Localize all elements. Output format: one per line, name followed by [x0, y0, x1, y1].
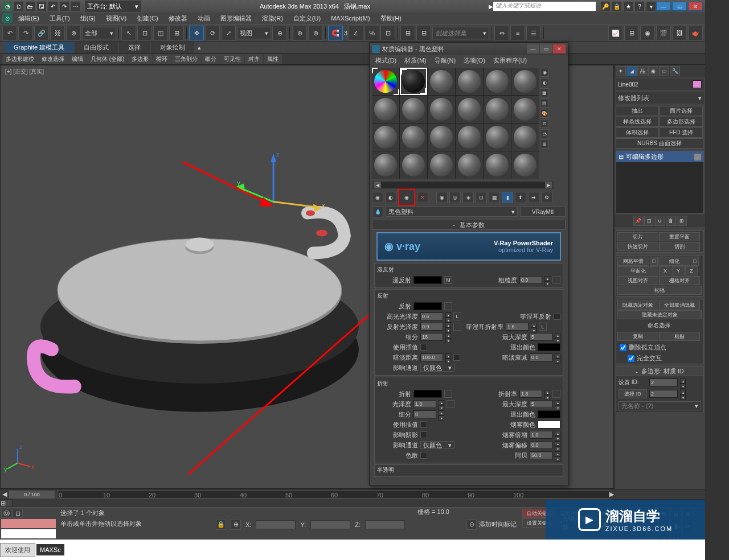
undo-icon[interactable]: ↶: [48, 1, 58, 11]
ribbon-tab-freeform[interactable]: 自由形式: [75, 42, 118, 53]
mat-slot-13[interactable]: [372, 123, 399, 151]
put-lib-icon[interactable]: ◈: [462, 192, 474, 203]
open-icon[interactable]: 🗁: [25, 1, 35, 11]
display-tab-icon[interactable]: ▭: [659, 66, 669, 76]
align-btn[interactable]: ≡: [510, 26, 525, 40]
named-sel-btn2[interactable]: ⊟: [416, 26, 431, 40]
listener-icon[interactable]: ⊡: [13, 509, 23, 518]
affshadow-chk[interactable]: [420, 431, 427, 438]
menu-view[interactable]: 视图(V): [101, 13, 132, 24]
ior-map[interactable]: [552, 390, 560, 398]
mat-slot-22[interactable]: [456, 151, 483, 179]
me-opts-icon[interactable]: ⚙: [541, 192, 552, 203]
rexit-swatch[interactable]: [538, 343, 560, 351]
rgloss-map[interactable]: [453, 323, 461, 331]
move-btn[interactable]: ✥: [189, 26, 204, 40]
time-ruler[interactable]: 0102030405060708090100: [57, 491, 609, 499]
menu-custom[interactable]: 自定义(U): [289, 13, 325, 24]
rb2-0[interactable]: 多边形建模: [2, 54, 38, 64]
me-menu-nav[interactable]: 导航(N): [431, 56, 459, 65]
mat-slot-12[interactable]: [511, 96, 539, 123]
mirror-btn[interactable]: ⇔: [494, 26, 509, 40]
unique-icon[interactable]: ∪: [655, 216, 665, 226]
diffuse-swatch[interactable]: [413, 276, 442, 284]
cut-btn[interactable]: 切割: [659, 242, 700, 251]
region-btn[interactable]: ◫: [153, 26, 168, 40]
x-coord[interactable]: [256, 520, 296, 529]
close-button[interactable]: ✕: [688, 2, 703, 11]
z-btn[interactable]: Z: [685, 266, 698, 275]
me-matmap-icon[interactable]: ⊞: [540, 139, 549, 149]
reflect-map-btn[interactable]: [444, 302, 452, 310]
minimize-button[interactable]: —: [656, 2, 671, 11]
hide-unsel-btn[interactable]: 隐藏未选定对象: [617, 310, 702, 319]
me-menu-mode[interactable]: 模式(D): [372, 56, 400, 65]
mat-slot-15[interactable]: [428, 123, 455, 151]
selbtn-4[interactable]: 体积选择: [616, 127, 659, 138]
add-tag-text[interactable]: 添加时间标记: [479, 520, 517, 529]
undo-btn[interactable]: ↶: [2, 26, 17, 40]
reset-map-icon[interactable]: ✕: [417, 192, 428, 203]
selbtn-5[interactable]: FFD 选择: [660, 127, 703, 138]
matid-head[interactable]: - 多边形: 材质 ID: [616, 367, 703, 376]
get-mat-icon[interactable]: ◉: [372, 192, 383, 203]
redo-icon[interactable]: ↷: [59, 1, 69, 11]
menu-maxscript[interactable]: MAXScript(M): [326, 14, 374, 23]
mat-slot-4[interactable]: [456, 68, 483, 95]
me-close-btn[interactable]: ✕: [553, 44, 566, 53]
quickslice-btn[interactable]: 快速切片: [617, 242, 658, 251]
menu-group[interactable]: 组(G): [76, 13, 100, 24]
stack-item[interactable]: ⊞可编辑多边形: [616, 151, 703, 162]
fdepth-spinner[interactable]: 5: [530, 400, 552, 408]
rgloss-spinner[interactable]: 0.9: [420, 323, 443, 331]
me-menu-mat[interactable]: 材质(M): [401, 56, 430, 65]
fog-swatch[interactable]: [538, 421, 560, 429]
remove-mod-icon[interactable]: 🗑: [666, 216, 676, 226]
make-unique-icon[interactable]: ◎: [449, 192, 461, 203]
me-backlight-icon[interactable]: ◐: [540, 78, 549, 87]
put-scene-icon[interactable]: ◐: [385, 192, 396, 203]
assign-mat-icon[interactable]: ◉: [398, 189, 415, 206]
me-vid-icon[interactable]: 🎨: [540, 109, 549, 118]
angle-snap-btn[interactable]: ∠: [349, 26, 363, 40]
mat-slot-7[interactable]: [372, 96, 399, 123]
menu-edit[interactable]: 编辑(E): [14, 13, 44, 24]
me-sample-type-icon[interactable]: ◉: [540, 68, 549, 77]
ribbon-tab-graphite[interactable]: Graphite 建模工具: [5, 42, 73, 53]
unlink-btn[interactable]: ⛓: [50, 26, 65, 40]
tess-opt[interactable]: □: [691, 257, 699, 266]
me-menu-opt[interactable]: 选项(O): [460, 56, 489, 65]
selbtn-2[interactable]: 样条线选择: [616, 117, 659, 127]
object-name-input[interactable]: [618, 81, 693, 88]
msmooth-btn[interactable]: 网格平滑: [617, 257, 649, 266]
mat-slot-11[interactable]: [484, 96, 511, 123]
mat-slot-17[interactable]: [484, 123, 511, 151]
more-icon[interactable]: ⋯: [71, 1, 81, 11]
refract-map[interactable]: [444, 390, 452, 398]
me-min-btn[interactable]: —: [527, 44, 539, 53]
abs-rel-icon[interactable]: ⊕: [231, 520, 241, 530]
mat-slot-1[interactable]: [372, 68, 399, 95]
mat-slot-14[interactable]: [400, 123, 427, 151]
scale-btn[interactable]: ⤢: [221, 26, 236, 40]
matname-dd[interactable]: 无名称 - (?)▾: [619, 401, 701, 410]
keyshot-btn[interactable]: ⊚: [308, 26, 323, 40]
rdepth-spinner[interactable]: 5: [530, 333, 552, 341]
rb2-4[interactable]: 多边形: [128, 54, 152, 64]
mat-slot-20[interactable]: [400, 151, 427, 179]
msmooth-opt[interactable]: □: [650, 257, 658, 266]
fogmult-spinner[interactable]: 1.0: [530, 431, 552, 439]
hide-sel-btn[interactable]: 隐藏选定对象: [617, 300, 658, 310]
dimdist-chk[interactable]: [453, 354, 460, 361]
make-copy-icon[interactable]: ◉: [436, 192, 448, 203]
curve-editor-btn[interactable]: 📈: [608, 26, 623, 40]
workspace-dropdown[interactable]: 工作台: 默认▾: [84, 0, 141, 13]
modify-tab-icon[interactable]: ◢: [626, 66, 637, 76]
rb2-2[interactable]: 编辑: [68, 54, 87, 64]
me-select-icon[interactable]: ◔: [540, 129, 549, 138]
rb2-9[interactable]: 对齐: [245, 54, 263, 64]
y-coord[interactable]: [310, 520, 350, 529]
mat-type-button[interactable]: VRayMtl: [520, 207, 566, 217]
selid-btn[interactable]: 选择 ID: [619, 389, 647, 398]
refract-swatch[interactable]: [413, 390, 442, 398]
